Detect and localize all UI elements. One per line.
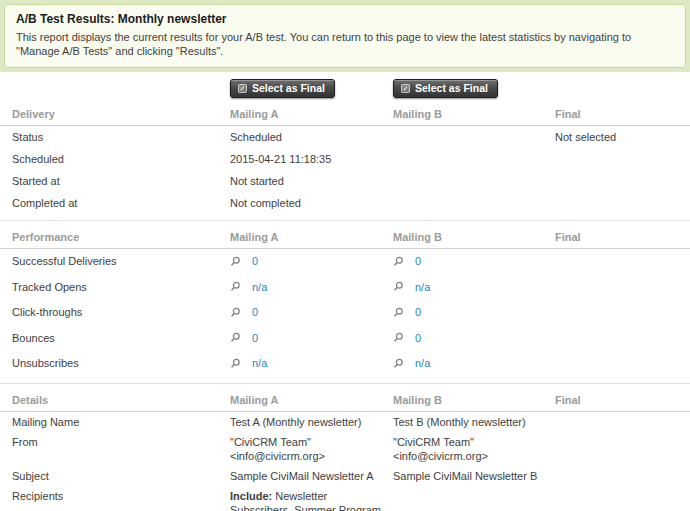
- spacer-cell: [555, 75, 690, 102]
- column-header-mailing-a: Mailing A: [230, 221, 393, 249]
- row-label: Click-throughs: [0, 300, 230, 326]
- section-title-performance: Performance: [0, 221, 230, 249]
- magnifier-icon: [393, 307, 404, 318]
- table-row: From "CiviCRM Team" <info@civicrm.org> "…: [0, 432, 690, 466]
- include-label: Include:: [230, 490, 272, 502]
- subject-b: Sample CiviMail Newsletter B: [393, 466, 555, 486]
- select-final-b-button[interactable]: ✓ Select as Final: [393, 79, 498, 98]
- table-row: Tracked Opens n/a n/a: [0, 275, 690, 301]
- metric-link-b[interactable]: n/a: [415, 356, 430, 370]
- from-b: "CiviCRM Team" <info@civicrm.org>: [393, 432, 555, 466]
- scheduled-a-value: 2015-04-21 11:18:35: [230, 148, 393, 170]
- details-table: Details Mailing A Mailing B Final Mailin…: [0, 383, 690, 511]
- section-title-delivery: Delivery: [0, 102, 230, 126]
- subject-a: Sample CiviMail Newsletter A: [230, 466, 393, 486]
- magnifier-icon: [230, 281, 241, 292]
- spacer-cell: [0, 75, 230, 102]
- magnifier-icon: [393, 358, 404, 369]
- row-label: Tracked Opens: [0, 275, 230, 301]
- metric-link-a[interactable]: 0: [252, 331, 258, 345]
- row-label: Started at: [0, 170, 230, 192]
- magnifier-icon: [393, 256, 404, 267]
- delivery-table: Delivery Mailing A Mailing B Final Statu…: [0, 102, 690, 214]
- status-message-text: This report displays the current results…: [16, 30, 674, 58]
- buttons-table: ✓ Select as Final ✓ Select as Final: [0, 75, 690, 102]
- row-label: Unsubscribes: [0, 351, 230, 377]
- metric-link-b[interactable]: n/a: [415, 280, 430, 294]
- mailing-name-a: Test A (Monthly newsletter): [230, 411, 393, 432]
- mailing-name-b: Test B (Monthly newsletter): [393, 411, 555, 432]
- metric-link-a[interactable]: 0: [252, 305, 258, 319]
- status-message: A/B Test Results: Monthly newsletter Thi…: [4, 4, 686, 68]
- page-background-band: A/B Test Results: Monthly newsletter Thi…: [0, 0, 690, 72]
- magnifier-icon: [230, 332, 241, 343]
- metric-link-b[interactable]: 0: [415, 331, 421, 345]
- status-final-value: Not selected: [555, 126, 690, 149]
- column-header-final: Final: [555, 221, 690, 249]
- magnifier-icon: [230, 358, 241, 369]
- table-row: Recipients Include: Newsletter Subscribe…: [0, 486, 690, 511]
- check-box-icon: ✓: [238, 84, 247, 93]
- metric-link-b[interactable]: 0: [415, 254, 421, 268]
- page-title: A/B Test Results: Monthly newsletter: [16, 12, 674, 26]
- recipients-a: Include: Newsletter Subscribers, Summer …: [230, 486, 393, 511]
- table-row: Successful Deliveries 0 0: [0, 249, 690, 275]
- row-label: Bounces: [0, 326, 230, 352]
- row-label: Recipients: [0, 486, 230, 511]
- magnifier-icon: [393, 332, 404, 343]
- select-final-a-label: Select as Final: [252, 82, 325, 94]
- row-label: Status: [0, 126, 230, 149]
- metric-link-a[interactable]: 0: [252, 254, 258, 268]
- table-row: Unsubscribes n/a n/a: [0, 351, 690, 377]
- column-header-mailing-b: Mailing B: [393, 221, 555, 249]
- performance-table: Performance Mailing A Mailing B Final Su…: [0, 220, 690, 377]
- column-header-mailing-a: Mailing A: [230, 102, 393, 126]
- column-header-mailing-a: Mailing A: [230, 383, 393, 411]
- column-header-final: Final: [555, 102, 690, 126]
- status-b-value: [393, 126, 555, 149]
- table-row: Click-throughs 0 0: [0, 300, 690, 326]
- section-title-details: Details: [0, 383, 230, 411]
- column-header-mailing-b: Mailing B: [393, 102, 555, 126]
- row-label: Mailing Name: [0, 411, 230, 432]
- table-row: Mailing Name Test A (Monthly newsletter)…: [0, 411, 690, 432]
- completed-a-value: Not completed: [230, 192, 393, 214]
- metric-link-b[interactable]: 0: [415, 305, 421, 319]
- select-final-b-label: Select as Final: [415, 82, 488, 94]
- table-row: Subject Sample CiviMail Newsletter A Sam…: [0, 466, 690, 486]
- row-label: Subject: [0, 466, 230, 486]
- started-a-value: Not started: [230, 170, 393, 192]
- table-row: Bounces 0 0: [0, 326, 690, 352]
- row-label: From: [0, 432, 230, 466]
- row-label: Scheduled: [0, 148, 230, 170]
- metric-link-a[interactable]: n/a: [252, 356, 267, 370]
- metric-link-a[interactable]: n/a: [252, 280, 267, 294]
- column-header-mailing-b: Mailing B: [393, 383, 555, 411]
- magnifier-icon: [393, 281, 404, 292]
- check-box-icon: ✓: [401, 84, 410, 93]
- from-a: "CiviCRM Team" <info@civicrm.org>: [230, 432, 393, 466]
- status-a-value: Scheduled: [230, 126, 393, 149]
- row-label: Successful Deliveries: [0, 249, 230, 275]
- select-final-a-button[interactable]: ✓ Select as Final: [230, 79, 335, 98]
- magnifier-icon: [230, 256, 241, 267]
- row-label: Completed at: [0, 192, 230, 214]
- magnifier-icon: [230, 307, 241, 318]
- column-header-final: Final: [555, 383, 690, 411]
